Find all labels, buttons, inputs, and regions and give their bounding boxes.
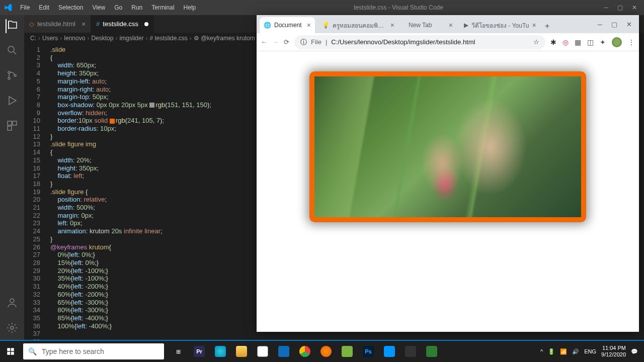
settings-icon[interactable] (6, 322, 18, 336)
menu-edit[interactable]: Edit (35, 2, 53, 13)
search-icon[interactable] (6, 44, 18, 58)
browser-tab[interactable]: ▶วีดีโอของช่อง - YouTu× (460, 17, 540, 33)
svg-rect-6 (8, 126, 12, 130)
search-placeholder: Type here to search (42, 347, 104, 355)
language-indicator: ENG (584, 348, 596, 354)
account-icon[interactable] (6, 297, 18, 311)
editor-tab[interactable]: #testslide.css (91, 15, 154, 33)
close-icon: ✕ (626, 21, 632, 28)
firefox-icon (316, 341, 336, 361)
window-title: testslide.css - Visual Studio Code (200, 4, 597, 11)
browser-tab[interactable]: 🌐Document× (260, 17, 315, 33)
chrome-window-controls[interactable]: ─▢✕ (598, 21, 639, 33)
edge-icon (210, 341, 230, 361)
menu-terminal[interactable]: Terminal (147, 2, 178, 13)
svg-point-7 (10, 299, 14, 303)
clock[interactable]: 11:04 PM 9/12/2020 (601, 345, 626, 358)
app-icon (337, 341, 357, 361)
breadcrumb-item[interactable]: Users (42, 35, 58, 42)
extension-icon: ◎ (562, 38, 569, 46)
minimize-icon: ─ (604, 4, 608, 11)
reload-button[interactable]: ⟳ (284, 38, 289, 46)
system-tray[interactable]: ^ 🔋 📶 🔊 ENG 11:04 PM 9/12/2020 💬 (540, 345, 644, 358)
svg-rect-5 (13, 121, 17, 125)
maximize-icon: ▢ (617, 4, 623, 11)
favicon-icon: 💡 (322, 22, 330, 29)
url-scheme: File (311, 38, 321, 46)
minimize-icon: ─ (598, 21, 602, 28)
tray-chevron-icon: ^ (540, 348, 543, 354)
image-slider (309, 71, 586, 222)
svg-point-1 (8, 71, 10, 73)
window-controls[interactable]: ─▢✕ (597, 4, 644, 11)
menu-help[interactable]: Help (180, 2, 200, 13)
forward-button[interactable]: → (272, 38, 279, 46)
menu-bar: FileEditSelectionViewGoRunTerminalHelp (16, 2, 200, 13)
chrome-tabstrip: 🌐Document×💡ครูหอมสอนคอมพิวเตอร์×New Tab×… (257, 15, 639, 33)
line-numbers: 1234567891011121314151617181920212223242… (24, 46, 46, 346)
notifications-icon: 💬 (631, 348, 638, 355)
profile-avatar[interactable] (612, 37, 622, 47)
menu-run[interactable]: Run (127, 2, 146, 13)
maximize-icon: ▢ (611, 21, 617, 28)
close-tab-icon[interactable]: × (307, 21, 311, 29)
close-tab-icon[interactable]: × (532, 21, 536, 29)
extensions-icon[interactable] (6, 120, 18, 134)
back-button[interactable]: ← (261, 38, 267, 46)
menu-file[interactable]: File (16, 2, 34, 13)
breadcrumb-item[interactable]: Desktop (91, 35, 113, 42)
wifi-icon: 📶 (560, 348, 567, 355)
battery-icon: 🔋 (548, 348, 555, 355)
breadcrumb-item[interactable]: lennovo (64, 35, 85, 42)
editor-tab[interactable]: ◇testslide.html× (24, 15, 91, 33)
new-tab-button[interactable]: + (540, 19, 554, 33)
menu-go[interactable]: Go (110, 2, 126, 13)
store-icon (253, 341, 273, 361)
extensions-menu-icon: ✦ (600, 38, 606, 46)
chrome-toolbar: ← → ⟳ ⓘ File | C:/Users/lennovo/Desktop/… (257, 33, 639, 51)
search-icon: 🔍 (28, 347, 37, 355)
favicon-icon: 🌐 (264, 22, 271, 29)
taskbar-search[interactable]: 🔍 Type here to search (23, 343, 164, 359)
star-icon[interactable]: ☆ (533, 38, 539, 46)
volume-icon: 🔊 (572, 348, 579, 355)
mail-icon (274, 341, 294, 361)
close-tab-icon[interactable]: × (390, 21, 394, 29)
svg-point-8 (11, 326, 14, 329)
chrome-window: 🌐Document×💡ครูหอมสอนคอมพิวเตอร์×New Tab×… (257, 15, 639, 332)
extension-icon: ◫ (587, 38, 594, 46)
breadcrumb-item[interactable]: imgslider (119, 35, 143, 42)
site-info-icon[interactable]: ⓘ (300, 38, 307, 47)
breadcrumb-item[interactable]: C: (30, 35, 36, 42)
url-text: C:/Users/lennovo/Desktop/imgslider/tests… (331, 38, 475, 46)
close-tab-icon[interactable]: × (449, 21, 453, 29)
svg-point-0 (8, 46, 14, 52)
extension-icon: ▦ (575, 38, 581, 46)
taskbar-apps[interactable]: ⊞ Pr Ps (168, 341, 442, 361)
source-control-icon[interactable] (6, 69, 18, 83)
task-view-icon: ⊞ (168, 341, 188, 361)
svg-rect-4 (8, 121, 12, 125)
browser-tab[interactable]: New Tab× (401, 17, 457, 33)
vscode-icon (379, 341, 399, 361)
vscode-logo-icon (4, 4, 12, 12)
extension-icon: ✱ (550, 38, 556, 46)
favicon-icon: ▶ (464, 22, 468, 29)
explorer-icon[interactable] (6, 19, 19, 33)
browser-tab[interactable]: 💡ครูหอมสอนคอมพิวเตอร์× (318, 17, 398, 33)
menu-selection[interactable]: Selection (54, 2, 87, 13)
app-icon: Pr (189, 341, 209, 361)
chrome-menu-icon[interactable]: ⋮ (628, 38, 635, 46)
breadcrumb-item[interactable]: ⚙ @keyframes krutom (194, 35, 255, 42)
chrome-icon (295, 341, 315, 361)
menu-view[interactable]: View (88, 2, 109, 13)
breadcrumb-item[interactable]: # testslide.css (149, 35, 187, 42)
address-bar[interactable]: ⓘ File | C:/Users/lennovo/Desktop/imgsli… (294, 35, 545, 49)
extension-icons[interactable]: ✱ ◎ ▦ ◫ ✦ ⋮ (550, 37, 635, 47)
photoshop-icon: Ps (358, 341, 378, 361)
start-button[interactable] (0, 341, 21, 362)
app-icon (400, 341, 421, 361)
run-debug-icon[interactable] (6, 95, 18, 109)
svg-point-2 (8, 77, 10, 79)
windows-taskbar: 🔍 Type here to search ⊞ Pr Ps ^ 🔋 📶 🔊 EN… (0, 341, 644, 362)
